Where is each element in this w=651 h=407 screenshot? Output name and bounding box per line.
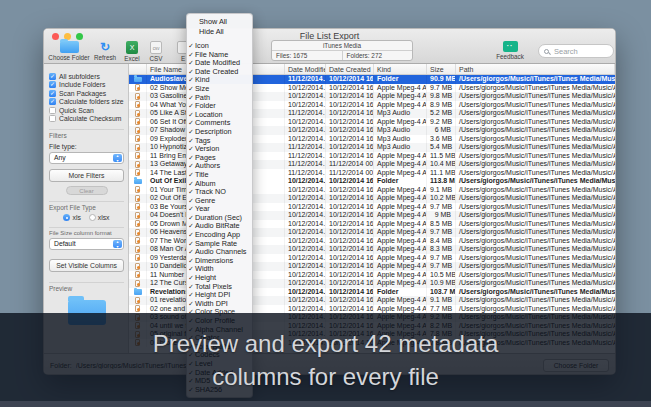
scan-option-checkbox[interactable]: Quick Scan xyxy=(49,106,124,115)
scan-option-checkbox[interactable]: Calculate Checksum xyxy=(49,115,124,124)
date-created-cell: 10/12/2014 16… xyxy=(326,220,374,229)
menu-item[interactable]: ✓ Size xyxy=(187,85,252,94)
menu-item-label: Album xyxy=(195,180,216,189)
path-cell: /Users/giorgos/Music/iTunes/iTunes Media… xyxy=(456,296,615,305)
menu-item[interactable]: ✓ Description xyxy=(187,128,252,137)
date-modified-cell: 10/12/2014… xyxy=(285,118,326,127)
menu-item-label: Width DPI xyxy=(195,300,228,309)
scanned-folder-name: iTunes Media xyxy=(272,41,412,51)
feedback-button[interactable]: ·· Feedback xyxy=(491,41,529,60)
more-filters-button[interactable]: More Filters xyxy=(49,169,124,182)
menu-item[interactable]: ✓ Album xyxy=(187,180,252,189)
refresh-button[interactable]: ↻ Refresh xyxy=(94,41,116,61)
kind-cell: Folder xyxy=(374,288,427,297)
menu-item[interactable]: ✓ Path xyxy=(187,94,252,103)
scan-option-checkbox[interactable]: Calculate folders size xyxy=(49,98,124,107)
path-cell: /Users/giorgos/Music/iTunes/iTunes Media… xyxy=(456,194,615,203)
menu-item[interactable]: ✓ Tags xyxy=(187,137,252,146)
size-cell: 3.6 MB xyxy=(427,135,456,144)
menu-item[interactable]: ✓ Kind xyxy=(187,76,252,85)
kind-cell: Mp3 Audio xyxy=(374,135,427,144)
date-created-cell: 10/12/2014 16… xyxy=(326,152,374,161)
menu-item[interactable]: ✓ Sample Rate xyxy=(187,240,252,249)
menu-item[interactable]: ✓ Duration (Sec) xyxy=(187,214,252,223)
date-modified-cell: 10/12/2014… xyxy=(285,288,326,297)
menu-item[interactable]: ✓ File Name xyxy=(187,51,252,60)
file-icon-cell xyxy=(129,143,147,152)
menu-item-hide-all[interactable]: Hide All xyxy=(187,27,252,37)
size-format-select[interactable]: Default xyxy=(49,238,124,250)
menu-item[interactable]: ✓ Height DPI xyxy=(187,291,252,300)
scan-option-checkbox[interactable]: All subfolders xyxy=(49,72,124,81)
clear-button[interactable]: Clear xyxy=(66,186,108,195)
checkmark-icon: ✓ xyxy=(187,137,195,146)
path-column-header[interactable]: Path xyxy=(456,64,615,74)
radio-xlsx[interactable]: xlsx xyxy=(89,214,110,221)
checkmark-icon: ✓ xyxy=(187,111,195,120)
file-icon-cell xyxy=(129,245,147,254)
path-cell: /Users/giorgos/Music/iTunes/iTunes Media… xyxy=(456,135,615,144)
checkmark-icon: ✓ xyxy=(187,283,195,292)
date-modified-cell: 10/12/2014… xyxy=(285,254,326,263)
file-type-icon xyxy=(135,297,141,304)
kind-column-header[interactable]: Kind xyxy=(374,64,427,74)
menu-item[interactable]: ✓ Title xyxy=(187,171,252,180)
menu-item[interactable]: ✓ Folder xyxy=(187,102,252,111)
menu-item-label: Duration (Sec) xyxy=(195,214,242,223)
menu-item[interactable]: ✓ Width DPI xyxy=(187,300,252,309)
menu-item[interactable]: ✓ Icon xyxy=(187,42,252,51)
menu-item[interactable]: ✓ Encoding App xyxy=(187,231,252,240)
menu-item[interactable]: ✓ Dimensions xyxy=(187,257,252,266)
path-cell: /Users/giorgos/Music/iTunes/iTunes Media… xyxy=(456,203,615,212)
date-modified-cell: 10/12/2014… xyxy=(285,203,326,212)
menu-item[interactable]: ✓ Location xyxy=(187,111,252,120)
size-cell: 103.7 MB xyxy=(427,288,456,297)
menu-item-label: Height DPI xyxy=(195,291,230,300)
size-cell: 9 MB xyxy=(427,211,456,220)
path-cell: /Users/giorgos/Music/iTunes/iTunes Media… xyxy=(456,237,615,246)
file-icon-cell xyxy=(129,118,147,127)
menu-item[interactable]: ✓ Date Created xyxy=(187,68,252,77)
menu-item[interactable]: ✓ Year xyxy=(187,205,252,214)
file-type-icon xyxy=(135,118,141,125)
menu-item-label: Sample Rate xyxy=(195,240,237,249)
date-created-cell: 10/12/2014 16… xyxy=(326,101,374,110)
choose-folder-button[interactable]: Choose Folder xyxy=(46,41,92,61)
scan-option-checkbox[interactable]: Include Folders xyxy=(49,81,124,90)
file-icon-cell xyxy=(129,203,147,212)
date-created-cell: 11/12/2014 00… xyxy=(326,160,374,169)
file-type-icon xyxy=(135,152,141,159)
menu-item[interactable]: ✓ Audio BitRate xyxy=(187,222,252,231)
kind-cell: Apple Mpeg-4 A… xyxy=(374,279,427,288)
menu-item-show-all[interactable]: Show All xyxy=(187,17,252,27)
excel-export-button[interactable]: X Excel xyxy=(122,41,142,62)
menu-item[interactable]: ✓ Authors xyxy=(187,162,252,171)
csv-export-button[interactable]: csv CSV xyxy=(146,41,166,62)
size-column-header[interactable]: Size xyxy=(427,64,456,74)
search-field[interactable] xyxy=(538,44,614,58)
menu-item[interactable]: ✓ Genre xyxy=(187,197,252,206)
date-created-cell: 10/12/2014 16… xyxy=(326,237,374,246)
menu-item[interactable]: ✓ Version xyxy=(187,145,252,154)
checkmark-icon: ✓ xyxy=(187,59,195,68)
icon-column-header[interactable] xyxy=(129,64,147,74)
menu-item[interactable]: ✓ Date Modified xyxy=(187,59,252,68)
checkmark-icon: ✓ xyxy=(187,197,195,206)
file-type-select[interactable]: Any xyxy=(49,152,124,164)
search-input[interactable] xyxy=(552,46,607,57)
path-cell: /Users/giorgos/Music/iTunes/iTunes Media… xyxy=(456,109,615,118)
menu-item[interactable]: ✓ Track NO xyxy=(187,188,252,197)
checkbox-icon xyxy=(49,81,56,88)
menu-item[interactable]: ✓ Height xyxy=(187,274,252,283)
menu-item[interactable]: ✓ Pages xyxy=(187,154,252,163)
scan-option-checkbox[interactable]: Scan Packages xyxy=(49,89,124,98)
menu-item-label: Year xyxy=(195,205,210,214)
set-visible-columns-button[interactable]: Set Visible Columns xyxy=(49,259,124,272)
date-modified-column-header[interactable]: Date Modified xyxy=(285,64,326,74)
menu-item[interactable]: ✓ Width xyxy=(187,265,252,274)
menu-item[interactable]: ✓ Comments xyxy=(187,119,252,128)
menu-item[interactable]: ✓ Audio Channels xyxy=(187,248,252,257)
radio-xls[interactable]: xls xyxy=(63,214,80,221)
date-created-column-header[interactable]: Date Created xyxy=(326,64,374,74)
menu-item[interactable]: ✓ Total Pixels xyxy=(187,283,252,292)
